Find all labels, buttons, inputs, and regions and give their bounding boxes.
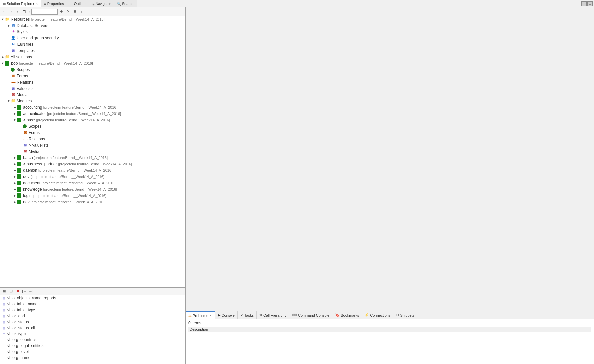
list-item-vl-org-level[interactable]: ⊞ vl_org_level bbox=[0, 349, 185, 355]
list-item-vl-or-and[interactable]: ⊞ vl_or_and bbox=[0, 313, 185, 319]
minimize-button[interactable]: ─ bbox=[581, 1, 587, 6]
bottom-tab-console[interactable]: ▶ Console bbox=[215, 311, 237, 319]
user-security-label: User and group security bbox=[17, 36, 59, 40]
list-item-vl-org-countries[interactable]: ⊞ vl_org_countries bbox=[0, 337, 185, 343]
tree-item-bob-media[interactable]: ⊞ Media bbox=[0, 91, 185, 98]
tree-item-base-valuelists[interactable]: ⊞ > Valuelists bbox=[0, 142, 185, 148]
up-button[interactable]: ↑ bbox=[15, 9, 21, 15]
problems-tab-close[interactable]: ✕ bbox=[209, 314, 212, 317]
valuelists-list[interactable]: ⊞ vl_o_objects_name_reports ⊞ vl_o_table… bbox=[0, 295, 185, 364]
list-item-vl-objects[interactable]: ⊞ vl_o_objects_name_reports bbox=[0, 295, 185, 301]
all-solutions-icon: 📁 bbox=[5, 54, 10, 60]
tree-item-knowledge[interactable]: knowledge [projecteim feature/Bernd__Wee… bbox=[0, 186, 185, 192]
solution-tree[interactable]: 📁 Resources [projecteim feature/Bernd__W… bbox=[0, 16, 185, 287]
solution-explorer-panel: ← → ↑ Filter ⊕ ✕ ⊞ ↓ 📁 Resources [projec… bbox=[0, 7, 185, 288]
tree-item-base-relations[interactable]: ⟷ Relations bbox=[0, 136, 185, 142]
expand-authenticator bbox=[13, 112, 17, 116]
tab-properties[interactable]: ≡ Properties bbox=[41, 0, 67, 7]
list-btn3[interactable]: ✕ bbox=[15, 288, 21, 294]
vl-label-10: vl_org_level bbox=[7, 349, 29, 354]
tab-close-solution-explorer[interactable]: ✕ bbox=[36, 2, 38, 5]
tree-item-batch[interactable]: batch [projecteim feature/Bernd__Week14_… bbox=[0, 154, 185, 161]
bob-project: [projecteim feature/Bernd__Week14_A_2016… bbox=[19, 61, 93, 65]
tree-item-user-security[interactable]: 👤 User and group security bbox=[0, 35, 185, 41]
tree-item-templates[interactable]: ⊞ Templates bbox=[0, 47, 185, 54]
vl-icon-8: ⊞ bbox=[1, 337, 7, 342]
bottom-tab-tasks[interactable]: ✓ Tasks bbox=[238, 311, 257, 319]
tree-item-business-partner[interactable]: > business_partner [projecteim feature/B… bbox=[0, 161, 185, 167]
bottom-tab-bar: ⚠ Problems ✕ ▶ Console ✓ Tasks ⇅ Call Hi… bbox=[186, 311, 594, 319]
expand-login bbox=[13, 194, 17, 198]
tree-item-bob-valuelists[interactable]: ⊞ Valuelists bbox=[0, 85, 185, 91]
tree-item-login[interactable]: login [projecteim feature/Bernd__Week14_… bbox=[0, 192, 185, 199]
expand-bob-media bbox=[7, 93, 11, 97]
tab-outline[interactable]: ☰ Outline bbox=[67, 0, 89, 7]
bob-relations-label: Relations bbox=[17, 80, 33, 85]
expand-bob-relations bbox=[7, 80, 11, 84]
tree-item-bob[interactable]: bob [projecteim feature/Bernd__Week14_A_… bbox=[0, 60, 185, 66]
list-btn2[interactable]: ⊟ bbox=[8, 288, 14, 294]
list-item-vl-table-names[interactable]: ⊞ vl_o_table_names bbox=[0, 301, 185, 307]
list-item-vl-or-status[interactable]: ⊞ vl_or_status bbox=[0, 319, 185, 325]
tree-item-i18n[interactable]: M I18N files bbox=[0, 41, 185, 47]
vl-label-4: vl_or_and bbox=[7, 314, 25, 318]
document-project: [projecteim feature/Bernd__Week14_A_2016… bbox=[41, 181, 115, 185]
list-item-vl-org-name[interactable]: ⊞ vl_org_name bbox=[0, 355, 185, 361]
list-item-vl-org-legal[interactable]: ⊞ vl_org_legal_entities bbox=[0, 343, 185, 349]
tab-search[interactable]: 🔍 Search bbox=[114, 0, 137, 7]
bottom-tab-snippets[interactable]: ✂ Snippets bbox=[393, 311, 417, 319]
tree-item-database-servers[interactable]: 🗄 Database Servers bbox=[0, 22, 185, 29]
list-btn1[interactable]: ⊞ bbox=[1, 288, 7, 294]
expand-base bbox=[13, 118, 17, 122]
tree-item-bob-scopes[interactable]: Scopes bbox=[0, 66, 185, 73]
tree-item-document[interactable]: document [projecteim feature/Bernd__Week… bbox=[0, 180, 185, 186]
tab-solution-explorer[interactable]: ⊞ Solution Explorer ✕ bbox=[0, 0, 41, 7]
list-toolbar: ⊞ ⊟ ✕ |← →| bbox=[0, 288, 185, 295]
back-button[interactable]: ← bbox=[1, 9, 7, 15]
list-item-vl-table-type[interactable]: ⊞ vl_o_table_type bbox=[0, 307, 185, 313]
tree-item-all-solutions[interactable]: 📁 All solutions bbox=[0, 54, 185, 60]
list-panel: ⊞ ⊟ ✕ |← →| ⊞ vl_o_objects_name_reports … bbox=[0, 288, 185, 364]
filter-input[interactable] bbox=[31, 9, 58, 15]
templates-label: Templates bbox=[17, 48, 35, 53]
base-project: [projecteim feature/Bernd__Week14_A_2016… bbox=[36, 118, 110, 122]
base-forms-icon: ⊞ bbox=[23, 130, 28, 135]
tree-item-base-media[interactable]: ⊞ Media bbox=[0, 148, 185, 154]
tree-item-base-scopes[interactable]: Scopes bbox=[0, 123, 185, 129]
tree-item-styles[interactable]: ✦ Styles bbox=[0, 29, 185, 35]
list-item-vl-or-type[interactable]: ⊞ vl_or_type bbox=[0, 331, 185, 337]
right-panel: ⚠ Problems ✕ ▶ Console ✓ Tasks ⇅ Call Hi… bbox=[186, 7, 594, 364]
scroll-down-btn[interactable]: ↓ bbox=[78, 9, 84, 15]
vl-icon-5: ⊞ bbox=[1, 319, 7, 325]
authenticator-icon bbox=[17, 111, 21, 116]
bottom-tab-command-console[interactable]: ⌨ Command Console bbox=[289, 311, 332, 319]
bottom-tab-call-hierarchy[interactable]: ⇅ Call Hierarchy bbox=[257, 311, 289, 319]
filter-btn1[interactable]: ⊕ bbox=[58, 9, 64, 15]
list-item-vl-or-status-all[interactable]: ⊞ vl_or_status_all bbox=[0, 325, 185, 331]
tree-item-base[interactable]: > base [projecteim feature/Bernd__Week14… bbox=[0, 117, 185, 123]
tree-item-daemon[interactable]: daemon [projecteim feature/Bernd__Week14… bbox=[0, 167, 185, 173]
maximize-button[interactable]: □ bbox=[587, 1, 593, 6]
bottom-tab-connections[interactable]: ⚡ Connections bbox=[362, 311, 393, 319]
forward-button[interactable]: → bbox=[8, 9, 14, 15]
tree-item-dev[interactable]: dev [projecteim feature/Bernd__Week14_A_… bbox=[0, 173, 185, 180]
bottom-tab-bookmarks[interactable]: 🔖 Bookmarks bbox=[332, 311, 362, 319]
tree-item-bob-forms[interactable]: ⊞ Forms bbox=[0, 73, 185, 79]
vl-icon-10: ⊞ bbox=[1, 349, 7, 354]
tree-item-bob-relations[interactable]: ⟷ Relations bbox=[0, 79, 185, 85]
list-btn4[interactable]: |← bbox=[21, 288, 27, 294]
list-btn5[interactable]: →| bbox=[28, 288, 34, 294]
tree-item-nav[interactable]: nav [projecteim feature/Bernd__Week14_A_… bbox=[0, 199, 185, 205]
tab-outline-label: Outline bbox=[74, 2, 86, 6]
tree-item-resources[interactable]: 📁 Resources [projecteim feature/Bernd__W… bbox=[0, 16, 185, 22]
tree-item-accounting[interactable]: accounting [projecteim feature/Bernd__We… bbox=[0, 104, 185, 110]
expand-base-media bbox=[19, 150, 23, 153]
bottom-tab-problems[interactable]: ⚠ Problems ✕ bbox=[186, 311, 215, 319]
filter-btn2[interactable]: ✕ bbox=[65, 9, 71, 15]
tree-item-base-forms[interactable]: ⊞ Forms bbox=[0, 129, 185, 136]
tab-navigator[interactable]: ◎ Navigator bbox=[89, 0, 114, 7]
filter-btn3[interactable]: ⊞ bbox=[72, 9, 78, 15]
tree-item-authenticator[interactable]: authenticator [projecteim feature/Bernd_… bbox=[0, 110, 185, 117]
tree-item-modules[interactable]: 📁 Modules bbox=[0, 98, 185, 104]
vl-icon-2: ⊞ bbox=[1, 301, 7, 307]
